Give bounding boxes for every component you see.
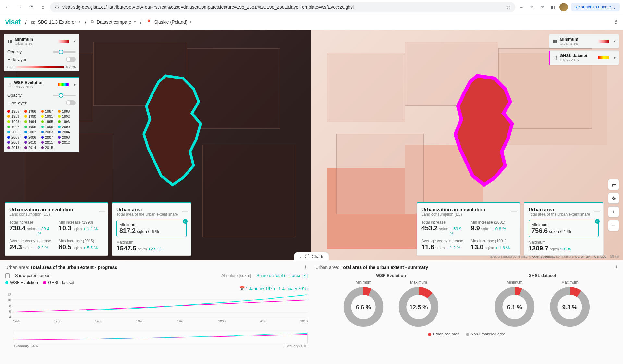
year-item: 1986: [24, 109, 38, 113]
progress-chart[interactable]: 1210864 19751980198519901995200020052010: [5, 293, 308, 329]
stat-cards-left: Urbanization area evolution Land consump…: [5, 202, 191, 256]
metric-pct: 9.8 %: [560, 247, 571, 251]
donut-charts: WSF Evolution Minimum 6.6 % Maximum 12.5…: [315, 273, 618, 328]
chevron-down-icon[interactable]: ▾: [74, 82, 76, 87]
layer-subtitle: Urban area: [560, 42, 578, 45]
ext-icon-1[interactable]: ≡: [518, 4, 525, 11]
layer-title: Minimum: [560, 37, 578, 42]
metric-value: 80.5: [59, 243, 71, 251]
chevron-down-icon[interactable]: ▾: [614, 39, 616, 43]
breadcrumb-region[interactable]: 📍Slaskie (Poland)▾: [146, 19, 192, 25]
layer-header[interactable]: ⬚ GHSL dataset1976 - 2015 ▾: [550, 51, 619, 65]
hide-label: Hide layer: [7, 57, 27, 62]
breadcrumb-mode[interactable]: ⧉Dataset compare▾: [91, 19, 136, 25]
metric-pct: 12.5 %: [148, 247, 161, 251]
check-badge-icon: ✓: [595, 219, 600, 224]
metric-pct: + 5.5 %: [83, 245, 98, 250]
relaunch-button[interactable]: Relaunch to update⋮: [571, 3, 620, 11]
show-parent-checkbox[interactable]: [5, 273, 10, 278]
swap-icon[interactable]: ⇄: [608, 179, 619, 190]
chevron-down-icon[interactable]: ▾: [614, 55, 616, 60]
app-logo[interactable]: visat: [5, 18, 21, 26]
map-right[interactable]: ▮▮ MinimumUrban area ▾ ⬚ GHSL dataset197…: [312, 30, 623, 260]
year-item: 2013: [7, 146, 21, 150]
nav-home-button[interactable]: ⌂: [38, 3, 47, 12]
map-compare-stage: ▮▮ MinimumUrban area ▾ Opacity Hide laye…: [0, 30, 623, 260]
donut-group-title: WSF Evolution: [342, 273, 440, 278]
year-item: 2001: [7, 130, 21, 134]
layer-title: GHSL dataset: [560, 53, 587, 58]
time-brush[interactable]: 1 January 1975 1 January 2015: [13, 332, 308, 343]
metric-value: 9.9: [471, 224, 480, 232]
nav-forward-button[interactable]: →: [15, 3, 24, 12]
ext-icon-2[interactable]: ✎: [528, 4, 535, 11]
year-item: 2012: [58, 140, 72, 144]
minimize-icon[interactable]: —: [511, 207, 517, 214]
metric-value: 817.2: [119, 227, 136, 234]
compare-icon: ⧉: [91, 19, 94, 25]
zoom-in-button[interactable]: +: [608, 206, 619, 217]
layer-subtitle: 1976 - 2015: [560, 58, 587, 62]
map-left[interactable]: ▮▮ MinimumUrban area ▾ Opacity Hide laye…: [0, 30, 312, 260]
zoom-out-button[interactable]: −: [608, 220, 619, 231]
year-item: 1989: [7, 115, 21, 118]
url-bar[interactable]: ⓘ visat-sdg-dev.gisat.cz/?attributeSet=t…: [50, 2, 515, 12]
hide-toggle[interactable]: [66, 57, 76, 62]
extensions-area: ≡ ✎ ⧩ ◧ Relaunch to update⋮: [518, 3, 620, 11]
layer-panel-ghsl: ⬚ GHSL dataset1976 - 2015 ▾: [549, 50, 619, 65]
profile-avatar[interactable]: [559, 3, 568, 11]
metric-value: 453.2: [421, 224, 438, 232]
region-highlight-right: [442, 71, 530, 214]
layer-panel-minimum-right: ▮▮ MinimumUrban area ▾: [549, 34, 619, 48]
year-item: 1995: [41, 120, 55, 124]
metric-label: Min increase (1990): [59, 220, 104, 224]
card-subtitle: Land consumption (LC): [9, 212, 104, 217]
extensions-icon[interactable]: ⧩: [539, 4, 546, 11]
year-item: 2002: [24, 130, 38, 134]
layer-header[interactable]: ⬚ WSF Evolution1985 - 2015 ▾: [4, 78, 79, 91]
selected-metric-box[interactable]: ✓ Minimum 817.2 sqkm 6.6 %: [116, 220, 187, 237]
layer-header[interactable]: ▮▮ MinimumUrban area ▾: [4, 34, 79, 48]
nav-back-button[interactable]: ←: [3, 3, 12, 12]
chevron-down-icon: ▾: [134, 20, 136, 24]
layer-panel-wsf: ⬚ WSF Evolution1985 - 2015 ▾ Opacity Hid…: [4, 77, 79, 152]
download-icon[interactable]: ⬇: [614, 265, 618, 270]
nav-reload-button[interactable]: ⟳: [27, 3, 36, 12]
star-icon[interactable]: ☆: [507, 5, 511, 10]
metric-value: 730.4: [9, 224, 26, 232]
layer-header[interactable]: ▮▮ MinimumUrban area ▾: [549, 34, 619, 48]
metric-pct: + 1.1 %: [83, 226, 98, 231]
card-title: Urbanization area evolution: [9, 207, 104, 212]
year-item: 1991: [41, 115, 55, 118]
year-item: 1998: [24, 125, 38, 129]
metric-pct: + 0.8 %: [492, 226, 506, 231]
opacity-slider[interactable]: [53, 95, 76, 96]
legend-item: WSF Evolution: [10, 280, 38, 285]
share-toggle[interactable]: Share on total unit area [%]: [256, 273, 308, 278]
year-item: 2011: [41, 140, 55, 144]
download-icon[interactable]: ⬇: [304, 265, 308, 270]
layers-button[interactable]: ❖: [608, 193, 619, 204]
metric-value: 1547.5: [116, 245, 136, 252]
metric-value: 24.3: [9, 243, 22, 251]
minimize-icon[interactable]: —: [594, 207, 600, 214]
selected-metric-box[interactable]: ✓ Minimum 756.6 sqkm 6.1 %: [529, 220, 599, 237]
absolute-toggle[interactable]: Absolute [sqkm]: [221, 273, 251, 278]
year-item: 2014: [24, 146, 38, 150]
date-range[interactable]: 📅 1 January 1975 - 1 January 2015: [5, 286, 308, 291]
site-info-icon[interactable]: ⓘ: [55, 5, 60, 10]
bottom-panel: Urban area: Total area of the urban exte…: [0, 260, 623, 364]
metric-value: 1209.7: [529, 245, 548, 252]
breadcrumb-app[interactable]: ▦SDG 11.3 Explorer▾: [31, 19, 81, 25]
region-highlight-left: [131, 71, 218, 214]
minimize-icon[interactable]: —: [182, 207, 188, 214]
hide-toggle[interactable]: [66, 100, 76, 105]
sidepanel-icon[interactable]: ◧: [549, 4, 556, 11]
share-icon[interactable]: ⇪: [614, 19, 618, 25]
donut-chart: Minimum 6.1 %: [494, 280, 536, 328]
charts-tab[interactable]: ⌄ ⛶ Charts: [294, 252, 329, 261]
metric-value: 10.3: [59, 224, 71, 232]
opacity-slider[interactable]: [53, 51, 76, 53]
chevron-down-icon[interactable]: ▾: [74, 39, 76, 43]
minimize-icon[interactable]: —: [99, 207, 105, 214]
